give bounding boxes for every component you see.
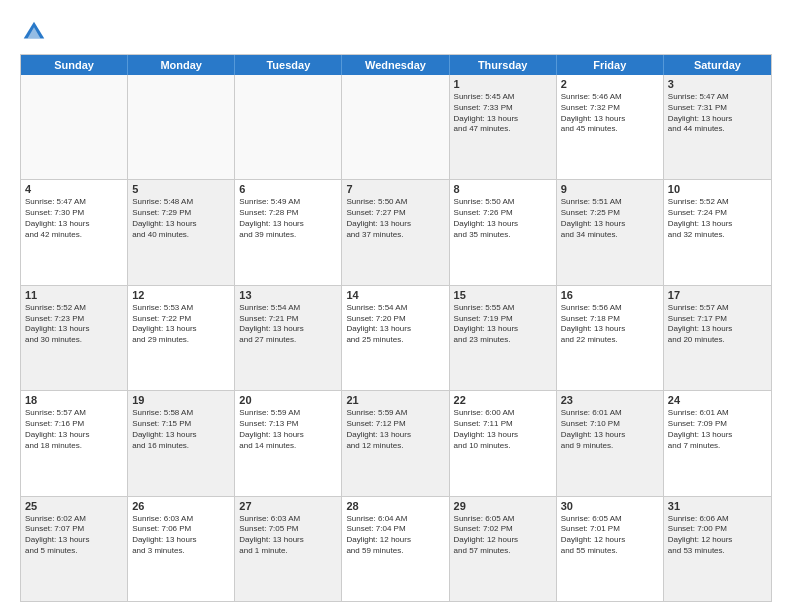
- day-number: 11: [25, 289, 123, 301]
- day-number: 18: [25, 394, 123, 406]
- day-number: 10: [668, 183, 767, 195]
- day-number: 14: [346, 289, 444, 301]
- day-number: 1: [454, 78, 552, 90]
- day-number: 30: [561, 500, 659, 512]
- calendar-header: SundayMondayTuesdayWednesdayThursdayFrid…: [21, 55, 771, 75]
- day-cell-14: 14Sunrise: 5:54 AM Sunset: 7:20 PM Dayli…: [342, 286, 449, 390]
- cell-info: Sunrise: 5:59 AM Sunset: 7:13 PM Dayligh…: [239, 408, 337, 451]
- day-cell-17: 17Sunrise: 5:57 AM Sunset: 7:17 PM Dayli…: [664, 286, 771, 390]
- day-cell-6: 6Sunrise: 5:49 AM Sunset: 7:28 PM Daylig…: [235, 180, 342, 284]
- day-number: 5: [132, 183, 230, 195]
- calendar-row-1: 4Sunrise: 5:47 AM Sunset: 7:30 PM Daylig…: [21, 180, 771, 285]
- cell-info: Sunrise: 5:51 AM Sunset: 7:25 PM Dayligh…: [561, 197, 659, 240]
- day-cell-1: 1Sunrise: 5:45 AM Sunset: 7:33 PM Daylig…: [450, 75, 557, 179]
- day-cell-7: 7Sunrise: 5:50 AM Sunset: 7:27 PM Daylig…: [342, 180, 449, 284]
- cell-info: Sunrise: 6:01 AM Sunset: 7:10 PM Dayligh…: [561, 408, 659, 451]
- day-cell-4: 4Sunrise: 5:47 AM Sunset: 7:30 PM Daylig…: [21, 180, 128, 284]
- day-number: 25: [25, 500, 123, 512]
- header-cell-saturday: Saturday: [664, 55, 771, 75]
- calendar-row-0: 1Sunrise: 5:45 AM Sunset: 7:33 PM Daylig…: [21, 75, 771, 180]
- cell-info: Sunrise: 6:03 AM Sunset: 7:05 PM Dayligh…: [239, 514, 337, 557]
- cell-info: Sunrise: 5:52 AM Sunset: 7:24 PM Dayligh…: [668, 197, 767, 240]
- day-cell-25: 25Sunrise: 6:02 AM Sunset: 7:07 PM Dayli…: [21, 497, 128, 601]
- cell-info: Sunrise: 5:53 AM Sunset: 7:22 PM Dayligh…: [132, 303, 230, 346]
- day-cell-2: 2Sunrise: 5:46 AM Sunset: 7:32 PM Daylig…: [557, 75, 664, 179]
- day-number: 24: [668, 394, 767, 406]
- day-number: 9: [561, 183, 659, 195]
- day-number: 8: [454, 183, 552, 195]
- day-number: 26: [132, 500, 230, 512]
- day-cell-8: 8Sunrise: 5:50 AM Sunset: 7:26 PM Daylig…: [450, 180, 557, 284]
- cell-info: Sunrise: 6:02 AM Sunset: 7:07 PM Dayligh…: [25, 514, 123, 557]
- logo-icon: [20, 18, 48, 46]
- day-cell-10: 10Sunrise: 5:52 AM Sunset: 7:24 PM Dayli…: [664, 180, 771, 284]
- calendar-row-4: 25Sunrise: 6:02 AM Sunset: 7:07 PM Dayli…: [21, 497, 771, 601]
- day-number: 23: [561, 394, 659, 406]
- day-number: 20: [239, 394, 337, 406]
- cell-info: Sunrise: 6:05 AM Sunset: 7:01 PM Dayligh…: [561, 514, 659, 557]
- logo: [20, 18, 52, 46]
- cell-info: Sunrise: 5:54 AM Sunset: 7:21 PM Dayligh…: [239, 303, 337, 346]
- day-number: 6: [239, 183, 337, 195]
- cell-info: Sunrise: 5:57 AM Sunset: 7:17 PM Dayligh…: [668, 303, 767, 346]
- cell-info: Sunrise: 5:58 AM Sunset: 7:15 PM Dayligh…: [132, 408, 230, 451]
- day-number: 3: [668, 78, 767, 90]
- day-cell-16: 16Sunrise: 5:56 AM Sunset: 7:18 PM Dayli…: [557, 286, 664, 390]
- day-number: 29: [454, 500, 552, 512]
- day-cell-23: 23Sunrise: 6:01 AM Sunset: 7:10 PM Dayli…: [557, 391, 664, 495]
- day-cell-15: 15Sunrise: 5:55 AM Sunset: 7:19 PM Dayli…: [450, 286, 557, 390]
- calendar: SundayMondayTuesdayWednesdayThursdayFrid…: [20, 54, 772, 602]
- header-cell-tuesday: Tuesday: [235, 55, 342, 75]
- day-number: 31: [668, 500, 767, 512]
- calendar-row-3: 18Sunrise: 5:57 AM Sunset: 7:16 PM Dayli…: [21, 391, 771, 496]
- cell-info: Sunrise: 6:04 AM Sunset: 7:04 PM Dayligh…: [346, 514, 444, 557]
- day-cell-12: 12Sunrise: 5:53 AM Sunset: 7:22 PM Dayli…: [128, 286, 235, 390]
- day-number: 12: [132, 289, 230, 301]
- day-cell-26: 26Sunrise: 6:03 AM Sunset: 7:06 PM Dayli…: [128, 497, 235, 601]
- day-cell-18: 18Sunrise: 5:57 AM Sunset: 7:16 PM Dayli…: [21, 391, 128, 495]
- header-cell-wednesday: Wednesday: [342, 55, 449, 75]
- header-cell-friday: Friday: [557, 55, 664, 75]
- day-number: 17: [668, 289, 767, 301]
- cell-info: Sunrise: 5:55 AM Sunset: 7:19 PM Dayligh…: [454, 303, 552, 346]
- calendar-body: 1Sunrise: 5:45 AM Sunset: 7:33 PM Daylig…: [21, 75, 771, 601]
- day-cell-9: 9Sunrise: 5:51 AM Sunset: 7:25 PM Daylig…: [557, 180, 664, 284]
- empty-cell: [235, 75, 342, 179]
- day-cell-21: 21Sunrise: 5:59 AM Sunset: 7:12 PM Dayli…: [342, 391, 449, 495]
- cell-info: Sunrise: 5:49 AM Sunset: 7:28 PM Dayligh…: [239, 197, 337, 240]
- day-number: 7: [346, 183, 444, 195]
- cell-info: Sunrise: 5:50 AM Sunset: 7:27 PM Dayligh…: [346, 197, 444, 240]
- day-cell-13: 13Sunrise: 5:54 AM Sunset: 7:21 PM Dayli…: [235, 286, 342, 390]
- day-number: 13: [239, 289, 337, 301]
- empty-cell: [21, 75, 128, 179]
- cell-info: Sunrise: 5:45 AM Sunset: 7:33 PM Dayligh…: [454, 92, 552, 135]
- header-cell-sunday: Sunday: [21, 55, 128, 75]
- day-cell-19: 19Sunrise: 5:58 AM Sunset: 7:15 PM Dayli…: [128, 391, 235, 495]
- cell-info: Sunrise: 5:48 AM Sunset: 7:29 PM Dayligh…: [132, 197, 230, 240]
- cell-info: Sunrise: 5:56 AM Sunset: 7:18 PM Dayligh…: [561, 303, 659, 346]
- cell-info: Sunrise: 5:50 AM Sunset: 7:26 PM Dayligh…: [454, 197, 552, 240]
- cell-info: Sunrise: 6:00 AM Sunset: 7:11 PM Dayligh…: [454, 408, 552, 451]
- day-number: 19: [132, 394, 230, 406]
- day-cell-5: 5Sunrise: 5:48 AM Sunset: 7:29 PM Daylig…: [128, 180, 235, 284]
- day-cell-28: 28Sunrise: 6:04 AM Sunset: 7:04 PM Dayli…: [342, 497, 449, 601]
- day-number: 15: [454, 289, 552, 301]
- day-cell-22: 22Sunrise: 6:00 AM Sunset: 7:11 PM Dayli…: [450, 391, 557, 495]
- day-cell-27: 27Sunrise: 6:03 AM Sunset: 7:05 PM Dayli…: [235, 497, 342, 601]
- day-number: 2: [561, 78, 659, 90]
- day-cell-24: 24Sunrise: 6:01 AM Sunset: 7:09 PM Dayli…: [664, 391, 771, 495]
- day-cell-20: 20Sunrise: 5:59 AM Sunset: 7:13 PM Dayli…: [235, 391, 342, 495]
- header-cell-monday: Monday: [128, 55, 235, 75]
- empty-cell: [128, 75, 235, 179]
- header-cell-thursday: Thursday: [450, 55, 557, 75]
- day-number: 16: [561, 289, 659, 301]
- cell-info: Sunrise: 5:47 AM Sunset: 7:31 PM Dayligh…: [668, 92, 767, 135]
- page-header: [20, 18, 772, 46]
- cell-info: Sunrise: 6:06 AM Sunset: 7:00 PM Dayligh…: [668, 514, 767, 557]
- cell-info: Sunrise: 5:59 AM Sunset: 7:12 PM Dayligh…: [346, 408, 444, 451]
- empty-cell: [342, 75, 449, 179]
- cell-info: Sunrise: 5:46 AM Sunset: 7:32 PM Dayligh…: [561, 92, 659, 135]
- cell-info: Sunrise: 5:54 AM Sunset: 7:20 PM Dayligh…: [346, 303, 444, 346]
- day-number: 22: [454, 394, 552, 406]
- day-cell-29: 29Sunrise: 6:05 AM Sunset: 7:02 PM Dayli…: [450, 497, 557, 601]
